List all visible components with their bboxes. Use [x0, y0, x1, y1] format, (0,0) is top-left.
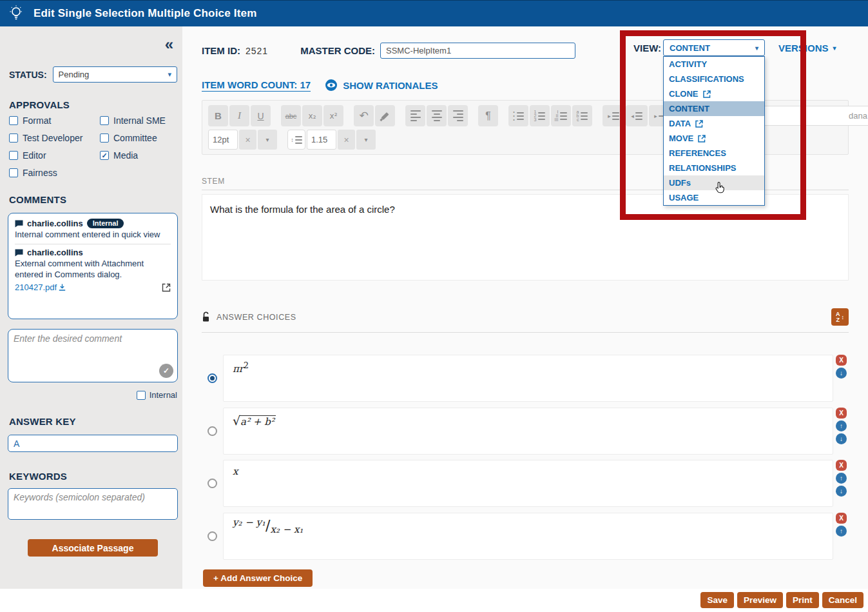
answer-key-input[interactable] [8, 435, 178, 452]
view-label: VIEW: [633, 43, 661, 54]
cancel-button[interactable]: Cancel [822, 592, 863, 608]
choice-editor[interactable]: x [223, 460, 833, 507]
attachment-link[interactable]: 210427.pdf [15, 282, 66, 292]
comment-input[interactable] [14, 333, 172, 363]
open-comments-dialog-icon[interactable] [162, 283, 171, 292]
view-option-data[interactable]: DATA [664, 116, 764, 131]
approval-editor[interactable]: Editor [9, 150, 100, 161]
alpha-list-button[interactable]: a b c [572, 105, 592, 126]
bold-button[interactable]: B [208, 105, 228, 126]
choice-editor[interactable]: √a² + b² [223, 408, 833, 455]
line-height-input[interactable]: 1.15 [307, 130, 336, 150]
add-answer-choice-button[interactable]: + Add Answer Choice [203, 569, 313, 587]
italic-button[interactable]: I [229, 105, 249, 126]
outdent-button[interactable]: ◂ [626, 105, 648, 126]
undo-button[interactable]: ↶ [354, 105, 374, 126]
radio-unselected[interactable] [207, 426, 217, 436]
chevron-down-icon: ▾ [755, 44, 758, 52]
numbered-list-button[interactable]: 1 2 3 [530, 105, 550, 126]
align-center-button[interactable] [427, 105, 447, 126]
align-right-icon [453, 110, 463, 123]
approval-fairness[interactable]: Fairness [9, 168, 100, 178]
move-up-button[interactable]: ↑ [836, 420, 847, 431]
move-up-button[interactable]: ↑ [836, 526, 847, 537]
delete-choice-button[interactable]: X [836, 408, 847, 419]
item-word-count-link[interactable]: ITEM WORD COUNT: 17 [202, 79, 311, 92]
font-size-clear-button[interactable]: × [239, 130, 256, 150]
strikethrough-button[interactable]: abc [281, 105, 301, 126]
view-option-relationships[interactable]: RELATIONSHIPS [664, 161, 764, 175]
approval-internal-sme[interactable]: Internal SME [100, 115, 178, 126]
approval-media[interactable]: Media [100, 150, 178, 161]
sort-az-button[interactable]: AZ ↕ [831, 308, 849, 326]
radio-unselected[interactable] [207, 479, 217, 488]
view-option-move[interactable]: MOVE [664, 131, 764, 146]
delete-choice-button[interactable]: X [836, 355, 847, 366]
choice-editor[interactable]: y₂ − y₁/x₂ − x₁ [223, 513, 833, 560]
line-height-dropdown-button[interactable]: ▾ [356, 130, 376, 150]
view-dropdown[interactable]: CONTENT ▾ [663, 39, 765, 56]
radio-unselected[interactable] [207, 531, 217, 541]
underline-button[interactable]: U [251, 105, 271, 126]
subscript-button[interactable]: x₂ [302, 105, 322, 126]
checkbox-icon[interactable] [137, 391, 146, 400]
show-rationales-button[interactable]: SHOW RATIONALES [325, 79, 438, 92]
bullet-list-button[interactable]: • • • [508, 105, 528, 126]
checkbox-icon[interactable] [100, 133, 109, 143]
paragraph-marks-button[interactable]: ¶ [478, 105, 498, 126]
radio-selected[interactable] [207, 373, 217, 383]
checkbox-icon[interactable] [9, 116, 18, 125]
view-option-clone[interactable]: CLONE [664, 86, 764, 101]
submit-comment-button[interactable]: ✓ [159, 364, 173, 378]
checkbox-icon[interactable] [9, 168, 18, 177]
indent-icon: ▸ [608, 111, 619, 121]
checkbox-checked-icon[interactable] [100, 151, 109, 160]
stem-editor[interactable]: What is the formula for the area of a ci… [202, 194, 849, 281]
approval-test-developer[interactable]: Test Developer [9, 133, 100, 143]
checkbox-icon[interactable] [9, 151, 18, 160]
versions-dropdown[interactable]: VERSIONS ▾ [778, 43, 836, 54]
line-height-clear-button[interactable]: × [338, 130, 355, 150]
approval-format[interactable]: Format [9, 115, 100, 126]
view-option-usage[interactable]: USAGE [664, 190, 764, 205]
title-bar: Edit Single Selection Multiple Choice It… [0, 0, 868, 26]
keywords-input[interactable] [8, 488, 178, 520]
view-option-references[interactable]: REFERENCES [664, 146, 764, 161]
approval-committee[interactable]: Committee [100, 133, 178, 143]
checkbox-icon[interactable] [100, 116, 109, 125]
move-down-button[interactable]: ↓ [836, 433, 847, 444]
view-option-udfs[interactable]: UDFs [664, 175, 764, 190]
indent-button[interactable]: ▸ [603, 105, 624, 126]
line-height-button[interactable]: ↕ [287, 130, 305, 150]
font-size-input[interactable]: 12pt [208, 130, 238, 150]
choice-editor[interactable]: πr2 [223, 355, 833, 402]
comment-text: External comment with Attachment entered… [15, 259, 171, 280]
print-button[interactable]: Print [786, 592, 819, 608]
delete-choice-button[interactable]: X [836, 460, 847, 471]
align-right-button[interactable] [448, 105, 468, 126]
move-up-button[interactable]: ↑ [836, 473, 847, 484]
comment-input-card: ✓ [8, 329, 178, 382]
preview-button[interactable]: Preview [737, 592, 783, 608]
approvals-heading: APPROVALS [9, 99, 70, 110]
answer-choice-row: √a² + b² X ↑ ↓ [202, 408, 849, 455]
master-code-input[interactable] [380, 43, 575, 59]
move-down-button[interactable]: ↓ [836, 486, 847, 497]
save-button[interactable]: Save [700, 592, 734, 608]
view-option-activity[interactable]: ACTIVITY [664, 57, 764, 72]
move-down-button[interactable]: ↓ [836, 368, 847, 379]
sidebar-collapse-button[interactable]: « [165, 37, 173, 52]
associate-passage-button[interactable]: Associate Passage [28, 539, 158, 557]
view-option-classifications[interactable]: CLASSIFICATIONS [664, 72, 764, 86]
checkbox-icon[interactable] [9, 133, 18, 143]
download-icon[interactable] [59, 284, 66, 291]
format-painter-button[interactable] [375, 105, 395, 126]
delete-choice-button[interactable]: X [836, 513, 847, 524]
font-size-dropdown-button[interactable]: ▾ [258, 130, 277, 150]
align-left-button[interactable] [405, 105, 425, 126]
status-dropdown[interactable]: Pending ▾ [53, 66, 177, 83]
roman-list-button[interactable]: I II III [551, 105, 571, 126]
internal-comment-toggle[interactable]: Internal [137, 390, 177, 400]
superscript-button[interactable]: x² [323, 105, 343, 126]
view-option-content[interactable]: CONTENT [664, 101, 764, 116]
